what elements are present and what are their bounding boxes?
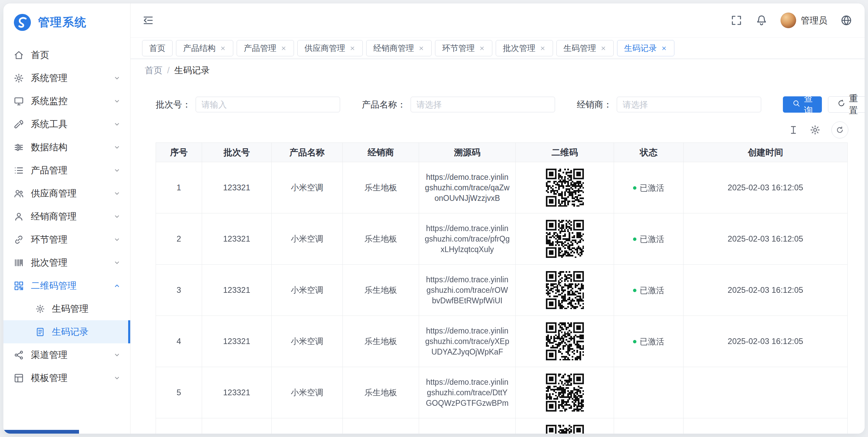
chevron-down-icon (113, 74, 121, 82)
chevron-down-icon (113, 258, 121, 267)
user-menu[interactable]: 管理员 (781, 13, 827, 28)
sidebar-item-data-structure[interactable]: 数据结构 (3, 136, 130, 159)
tab-close-icon[interactable] (661, 45, 667, 52)
gear-icon (35, 304, 45, 314)
tab-label: 批次管理 (503, 43, 535, 54)
share-icon (14, 350, 24, 360)
column-header: 产品名称 (272, 143, 343, 162)
tab-label: 经销商管理 (373, 43, 414, 54)
distributor-label: 经销商： (577, 99, 612, 111)
page-content: 批次号： 产品名称： 经销商： 查询 (131, 81, 865, 434)
cell-batch-no: 123321 (202, 213, 272, 265)
sidebar-item-home[interactable]: 首页 (3, 43, 130, 66)
cell-batch-no (202, 418, 272, 434)
reset-icon (837, 99, 846, 110)
column-header: 溯源码 (419, 143, 516, 162)
notification-bell-icon[interactable] (755, 14, 768, 26)
app-logo[interactable]: 管理系统 (3, 3, 130, 41)
qrcode-image[interactable] (546, 271, 584, 309)
tab-product-mgmt[interactable]: 产品管理 (237, 40, 294, 56)
link-icon (14, 234, 24, 245)
chevron-up-icon (113, 281, 121, 290)
distributor-select[interactable] (617, 97, 761, 112)
chevron-down-icon (113, 120, 121, 129)
tab-product-structure[interactable]: 产品结构 (176, 40, 233, 56)
sidebar-item-product-mgmt[interactable]: 产品管理 (3, 159, 130, 182)
chevron-down-icon (113, 350, 121, 359)
column-settings-gear-icon[interactable] (810, 125, 821, 135)
tab-close-icon[interactable] (418, 45, 425, 52)
batch-no-input[interactable] (196, 97, 340, 112)
cell-index: 4 (156, 316, 202, 367)
tab-close-icon[interactable] (539, 45, 546, 52)
cell-qrcode (516, 316, 614, 367)
cell-status: 已激活 (614, 316, 684, 367)
document-icon (35, 327, 45, 337)
sidebar-item-channel-mgmt[interactable]: 渠道管理 (3, 343, 130, 366)
reset-button[interactable]: 重置 (828, 96, 865, 113)
sidebar-item-label: 二维码管理 (31, 280, 113, 292)
table-row: 1123321小米空调乐生地板https://demo.trace.yinlin… (156, 162, 848, 213)
tab-close-icon[interactable] (479, 45, 485, 52)
table-header-row: 序号批次号产品名称经销商溯源码二维码状态创建时间 (156, 143, 848, 162)
sidebar-item-template-mgmt[interactable]: 模板管理 (3, 366, 130, 390)
tab-label: 生码管理 (564, 43, 596, 54)
chevron-down-icon (113, 189, 121, 198)
tab-label: 环节管理 (442, 43, 475, 54)
sidebar-item-system-monitor[interactable]: 系统监控 (3, 90, 130, 113)
tab-close-icon[interactable] (220, 45, 226, 52)
cell-created-time: 2025-02-03 16:12:05 (684, 265, 848, 316)
cell-qrcode (516, 418, 614, 434)
status-text: 已激活 (640, 183, 664, 193)
sidebar-collapse-button[interactable] (142, 14, 154, 26)
sidebar-item-distributor-mgmt[interactable]: 经销商管理 (3, 205, 130, 228)
app-window: 管理系统 首页系统管理系统监控系统工具数据结构产品管理供应商管理经销商管理环节管… (3, 3, 865, 434)
tab-close-icon[interactable] (600, 45, 607, 52)
refresh-icon[interactable] (831, 121, 848, 138)
search-button[interactable]: 查询 (783, 96, 822, 113)
qrcode-image[interactable] (546, 220, 584, 258)
tab-code-gen-mgmt[interactable]: 生码管理 (556, 40, 614, 56)
tab-link-mgmt[interactable]: 环节管理 (435, 40, 492, 56)
cell-product-name: 小米空调 (272, 265, 343, 316)
cell-status: 已激活 (614, 213, 684, 265)
tab-supplier-mgmt[interactable]: 供应商管理 (297, 40, 363, 56)
app-logo-icon (13, 13, 32, 32)
sidebar-item-batch-mgmt[interactable]: 批次管理 (3, 251, 130, 274)
tab-close-icon[interactable] (280, 45, 287, 52)
qrcode-image[interactable] (546, 374, 584, 412)
fullscreen-icon[interactable] (730, 14, 743, 26)
breadcrumb-home[interactable]: 首页 (145, 64, 162, 76)
product-name-select[interactable] (411, 97, 555, 112)
tab-home[interactable]: 首页 (142, 40, 173, 56)
qrcode-image[interactable] (546, 322, 584, 360)
sidebar-item-system-tools[interactable]: 系统工具 (3, 113, 130, 136)
language-globe-icon[interactable] (840, 14, 852, 26)
tab-code-gen-records[interactable]: 生码记录 (617, 40, 674, 56)
breadcrumb: 首页 / 生码记录 (131, 59, 865, 81)
tab-label: 生码记录 (624, 43, 657, 54)
tab-batch-mgmt[interactable]: 批次管理 (496, 40, 553, 56)
tab-distributor-mgmt[interactable]: 经销商管理 (366, 40, 432, 56)
chevron-down-icon (113, 97, 121, 106)
qrcode-image[interactable] (546, 425, 584, 434)
sidebar-item-qrcode-mgmt[interactable]: 二维码管理 (3, 274, 130, 297)
sidebar-item-link-mgmt[interactable]: 环节管理 (3, 228, 130, 251)
qrcode-image[interactable] (546, 169, 584, 207)
cell-product-name: 小米空调 (272, 162, 343, 213)
sidebar-item-code-gen-mgmt[interactable]: 生码管理 (3, 297, 130, 320)
user-name: 管理员 (801, 15, 827, 26)
tab-label: 供应商管理 (304, 43, 345, 54)
sidebar-item-code-gen-records[interactable]: 生码记录 (3, 320, 130, 343)
toggle-search-icon[interactable] (788, 125, 799, 135)
chevron-down-icon (113, 235, 121, 244)
sidebar-item-system-mgmt[interactable]: 系统管理 (3, 66, 130, 90)
cell-index: 1 (156, 162, 202, 213)
status-dot (633, 289, 636, 292)
grid-icon (14, 373, 24, 383)
sidebar-item-supplier-mgmt[interactable]: 供应商管理 (3, 182, 130, 205)
cell-trace-url: https://demo.trace.yinlingshuzhi.com/tra… (419, 213, 516, 265)
tab-close-icon[interactable] (349, 45, 356, 52)
breadcrumb-current: 生码记录 (174, 64, 210, 76)
column-header: 创建时间 (684, 143, 848, 162)
